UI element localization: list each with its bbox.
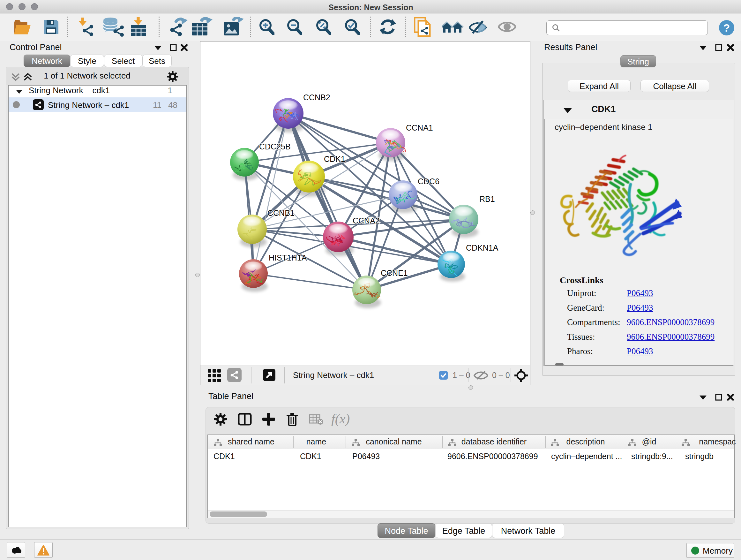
svg-text:CDKN1A: CDKN1A [466,243,498,252]
svg-text:CCNB1: CCNB1 [267,208,294,217]
svg-text:HIST1H1A: HIST1H1A [269,253,307,262]
svg-text:CCNA2: CCNA2 [353,216,380,225]
svg-text:CCNE1: CCNE1 [381,268,408,277]
svg-text:RB1: RB1 [479,194,495,203]
svg-text:CCNB2: CCNB2 [303,93,330,102]
svg-text:CDK1: CDK1 [324,154,345,164]
svg-text:CDC6: CDC6 [418,177,440,186]
svg-text:CCNA1: CCNA1 [406,123,433,132]
svg-text:CDC25B: CDC25B [259,142,291,151]
